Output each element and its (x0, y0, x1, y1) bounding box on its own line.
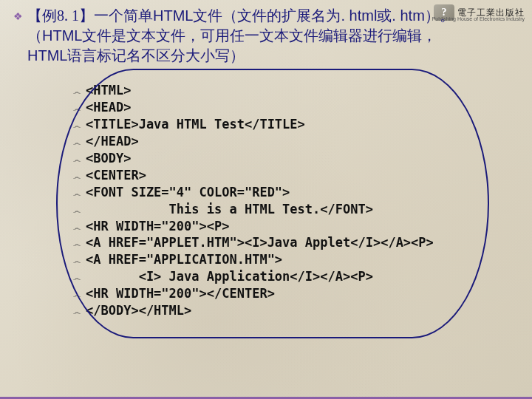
code-text: <CENTER> (86, 167, 146, 184)
code-line: ෴<A HREF="APPLICATION.HTM"> (71, 251, 474, 268)
code-line: ෴<BODY> (71, 150, 474, 167)
swirl-bullet-icon: ෴ (71, 104, 83, 115)
code-text: This is a HTML Test.</FONT> (86, 201, 373, 218)
code-text: <HEAD> (86, 99, 131, 116)
title-text: 【例8. 1】一个简单HTML文件（文件的扩展名为. html或. htm）。 … (27, 6, 454, 66)
swirl-bullet-icon: ෴ (71, 121, 83, 132)
code-line: ෴<FONT SIZE="4" COLOR="RED"> (71, 184, 474, 201)
code-text: <HR WIDTH="200"><P> (86, 218, 229, 235)
code-text: <HR WIDTH="200"></CENTER> (86, 285, 275, 302)
t1f: . htm (392, 7, 424, 24)
swirl-bullet-icon: ෴ (71, 189, 83, 200)
code-text: <BODY> (86, 150, 131, 167)
code-line: ෴</HEAD> (71, 133, 474, 150)
swirl-bullet-icon: ෴ (71, 172, 83, 183)
heading-block: ❖ 【例8. 1】一个简单HTML文件（文件的扩展名为. html或. htm）… (13, 6, 519, 66)
swirl-bullet-icon: ෴ (71, 273, 83, 284)
t2a: （ (27, 27, 42, 44)
code-line: ෴<HTML> (71, 82, 474, 99)
swirl-bullet-icon: ෴ (71, 307, 83, 318)
code-line: ෴</BODY></HTML> (71, 302, 474, 319)
t1d: . html (341, 7, 377, 24)
t3b: 语言标记名不区分大小写） (67, 47, 245, 64)
t1e: 或 (377, 7, 392, 24)
t1c: 文件（文件的扩展名为 (193, 7, 341, 24)
code-text: </BODY></HTML> (86, 302, 191, 319)
swirl-bullet-icon: ෴ (71, 239, 83, 250)
t1b: HTML (153, 7, 193, 24)
code-text: <FONT SIZE="4" COLOR="RED"> (86, 184, 290, 201)
code-line: ෴<CENTER> (71, 167, 474, 184)
swirl-bullet-icon: ෴ (71, 223, 83, 234)
code-text: <TITLE>Java HTML Test</TITLE> (86, 116, 305, 133)
code-text: </HEAD> (86, 133, 139, 150)
code-text: <A HREF="APPLET.HTM"><I>Java Applet</I><… (86, 234, 434, 251)
t1a: 【例8. 1】一个简单 (27, 7, 153, 24)
t3a: HTML (27, 47, 67, 64)
code-bubble: ෴<HTML>෴<HEAD>෴<TITLE>Java HTML Test</TI… (71, 76, 474, 328)
code-line: ෴<TITLE>Java HTML Test</TITLE> (71, 116, 474, 133)
code-line: ෴<HR WIDTH="200"></CENTER> (71, 285, 474, 302)
t2b: HTML (42, 27, 82, 44)
code-line: ෴<A HREF="APPLET.HTM"><I>Java Applet</I>… (71, 234, 474, 251)
code-line: ෴<HR WIDTH="200"><P> (71, 218, 474, 235)
swirl-bullet-icon: ෴ (71, 256, 83, 267)
swirl-bullet-icon: ෴ (71, 155, 83, 166)
swirl-bullet-icon: ෴ (71, 206, 83, 217)
t2c: 文件是文本文件，可用任一文本文件编辑器进行编辑， (82, 27, 437, 44)
swirl-bullet-icon: ෴ (71, 138, 83, 149)
swirl-bullet-icon: ෴ (71, 87, 83, 98)
slide-content: ❖ 【例8. 1】一个简单HTML文件（文件的扩展名为. html或. htm）… (0, 0, 532, 328)
code-text: <HTML> (86, 82, 131, 99)
code-line: ෴<HEAD> (71, 99, 474, 116)
code-line: ෴ <I> Java Application</I></A><P> (71, 268, 474, 285)
diamond-bullet-icon: ❖ (13, 10, 23, 23)
code-listing: ෴<HTML>෴<HEAD>෴<TITLE>Java HTML Test</TI… (71, 76, 474, 328)
code-text: <A HREF="APPLICATION.HTM"> (86, 251, 282, 268)
code-text: <I> Java Application</I></A><P> (86, 268, 373, 285)
swirl-bullet-icon: ෴ (71, 290, 83, 301)
t1g: ）。 (425, 7, 454, 24)
code-line: ෴ This is a HTML Test.</FONT> (71, 201, 474, 218)
